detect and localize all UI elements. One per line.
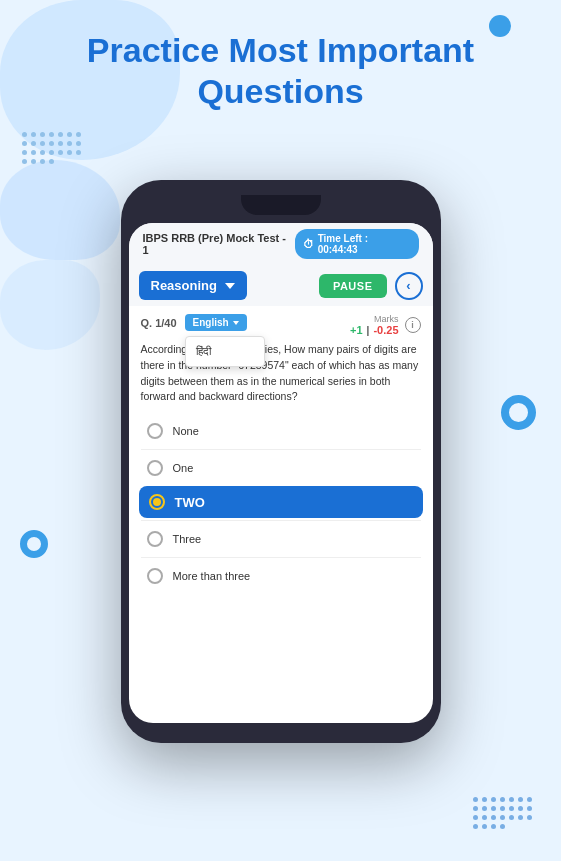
status-bar: IBPS RRB (Pre) Mock Test - 1 ⏱ Time Left… [129, 223, 433, 265]
lang-option-hindi[interactable]: हिंदी [186, 341, 264, 362]
radio-three [147, 531, 163, 547]
dropdown-arrow-icon [225, 283, 235, 289]
lang-popup: हिंदी [185, 336, 265, 367]
question-number: Q. 1/40 [141, 317, 177, 329]
test-title: IBPS RRB (Pre) Mock Test - 1 [143, 232, 295, 256]
radio-none [147, 423, 163, 439]
lang-label: English [193, 317, 229, 328]
timer-value: Time Left : 00:44:43 [318, 233, 411, 255]
question-area: Q. 1/40 English हिंदी [129, 306, 433, 602]
option-more-text: More than three [173, 570, 251, 582]
right-controls: PAUSE ‹ [319, 272, 423, 300]
question-meta: Q. 1/40 English हिंदी [141, 314, 421, 336]
marks-separator: | [367, 324, 370, 336]
main-heading: Practice Most Important Questions [40, 30, 521, 112]
lang-arrow-icon [233, 321, 239, 325]
subject-dropdown[interactable]: Reasoning [139, 271, 247, 300]
divider-1 [141, 449, 421, 450]
marks-section: Marks +1 | -0.25 i [350, 314, 420, 336]
info-icon[interactable]: i [405, 317, 421, 333]
back-icon: ‹ [406, 278, 410, 293]
option-two-text: TWO [175, 495, 205, 510]
page-title-section: Practice Most Important Questions [0, 30, 561, 112]
option-three-text: Three [173, 533, 202, 545]
subject-label: Reasoning [151, 278, 217, 293]
timer-icon: ⏱ [303, 238, 314, 250]
phone-body: IBPS RRB (Pre) Mock Test - 1 ⏱ Time Left… [121, 180, 441, 743]
phone-notch [241, 195, 321, 215]
back-button[interactable]: ‹ [395, 272, 423, 300]
option-none[interactable]: None [141, 415, 421, 447]
radio-inner-two [153, 498, 161, 506]
radio-two-selected [149, 494, 165, 510]
option-three[interactable]: Three [141, 523, 421, 555]
phone-mockup: IBPS RRB (Pre) Mock Test - 1 ⏱ Time Left… [121, 180, 441, 743]
radio-one [147, 460, 163, 476]
option-one[interactable]: One [141, 452, 421, 484]
option-more-than-three[interactable]: More than three [141, 560, 421, 592]
option-one-text: One [173, 462, 194, 474]
option-two-selected[interactable]: TWO [139, 486, 423, 518]
question-text: According to numerical series, How many … [141, 342, 421, 405]
marks-minus: -0.25 [373, 324, 398, 336]
marks-values: +1 | -0.25 [350, 324, 398, 336]
dots-pattern-topleft [20, 130, 90, 166]
timer-badge: ⏱ Time Left : 00:44:43 [295, 229, 419, 259]
lang-dropdown-button[interactable]: English [185, 314, 247, 331]
controls-bar: Reasoning PAUSE ‹ [129, 265, 433, 306]
decorative-circle-left [20, 530, 48, 558]
marks-plus: +1 [350, 324, 363, 336]
marks-label: Marks [350, 314, 398, 324]
phone-screen: IBPS RRB (Pre) Mock Test - 1 ⏱ Time Left… [129, 223, 433, 723]
divider-2 [141, 520, 421, 521]
option-none-text: None [173, 425, 199, 437]
pause-button[interactable]: PAUSE [319, 274, 387, 298]
divider-3 [141, 557, 421, 558]
dots-pattern-bottomright [471, 795, 541, 831]
decorative-circle-right [501, 395, 536, 430]
language-selector[interactable]: English हिंदी [185, 314, 247, 331]
radio-more [147, 568, 163, 584]
